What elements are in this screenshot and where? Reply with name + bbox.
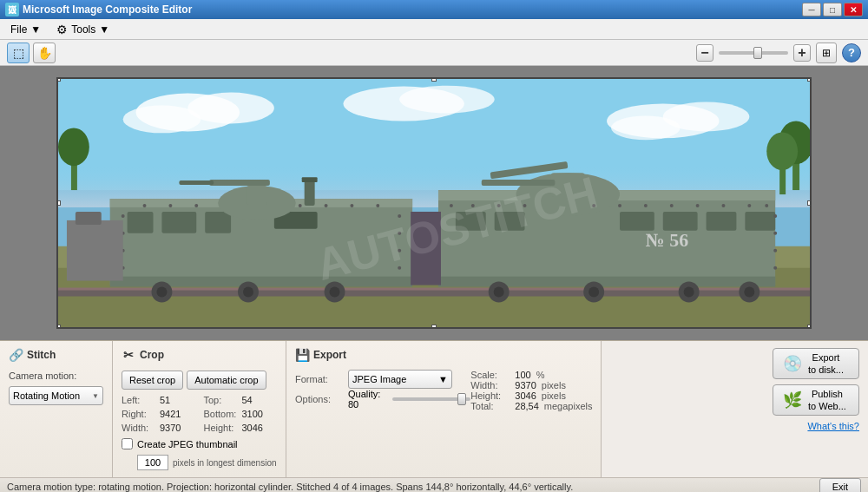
auto-crop-button[interactable]: Automatic crop: [187, 371, 266, 390]
crop-handle-top-right[interactable]: [807, 77, 812, 82]
svg-rect-51: [179, 180, 214, 185]
svg-point-34: [143, 204, 147, 207]
svg-rect-53: [302, 177, 318, 182]
crop-right-field: Right: 9421: [122, 409, 195, 419]
exit-button[interactable]: Exit: [819, 478, 861, 492]
svg-text:№ 56: № 56: [646, 229, 688, 251]
export-height-value: 3046: [515, 390, 536, 401]
svg-rect-56: [438, 277, 775, 287]
thumbnail-size-row: pixels in longest dimension: [122, 455, 277, 470]
format-dropdown[interactable]: JPEG Image ▼: [348, 370, 452, 389]
tools-menu[interactable]: ⚙ Tools ▼: [49, 21, 116, 38]
svg-point-73: [618, 204, 621, 207]
export-total-unit: megapixels: [544, 401, 593, 411]
format-value: JPEG Image: [352, 374, 406, 384]
file-menu[interactable]: File ▼: [3, 22, 48, 37]
export-inner: Format: JPEG Image ▼ Options: Quality: 8…: [295, 370, 592, 411]
toolbar-right: − + ⊞ ?: [696, 43, 861, 63]
crop-handle-top-mid[interactable]: [431, 77, 437, 82]
publish-to-web-button[interactable]: 🌿 Publish to Web...: [773, 384, 859, 416]
window-title: Microsoft Image Composite Editor: [23, 3, 802, 16]
svg-rect-67: [745, 212, 775, 231]
crop-height-value: 3046: [242, 423, 263, 433]
window-controls: ─ □ ✕: [802, 3, 863, 16]
thumbnail-size-input[interactable]: [137, 455, 168, 470]
title-bar: 🖼 Microsoft Image Composite Editor ─ □ ✕: [0, 0, 868, 19]
format-row: Format: JPEG Image ▼: [295, 370, 470, 389]
svg-point-14: [766, 132, 798, 170]
whats-this-link[interactable]: What's this?: [807, 421, 859, 431]
status-bar: Camera motion type: rotating motion. Pro…: [0, 477, 868, 492]
svg-rect-100: [76, 212, 102, 225]
svg-point-92: [494, 287, 504, 298]
camera-motion-dropdown[interactable]: Rotating Motion ▼: [9, 386, 103, 405]
svg-point-80: [773, 214, 777, 218]
close-button[interactable]: ✕: [844, 3, 863, 16]
camera-motion-value: Rotating Motion: [13, 390, 80, 401]
reset-crop-button[interactable]: Reset crop: [122, 371, 183, 390]
svg-point-36: [194, 204, 198, 207]
stitch-panel: 🔗 Stitch Camera motion: Rotating Motion …: [0, 341, 113, 477]
svg-point-96: [684, 287, 694, 298]
crop-handle-mid-right[interactable]: [807, 200, 812, 206]
export-total-row: Total: 28,54 megapixels: [470, 401, 592, 411]
zoom-slider[interactable]: [719, 51, 788, 55]
export-to-disk-button[interactable]: 💿 Export to disk...: [773, 348, 859, 379]
minimize-button[interactable]: ─: [802, 3, 821, 16]
panorama-container: № 56: [56, 77, 812, 329]
svg-point-75: [670, 204, 674, 207]
create-thumbnail-checkbox[interactable]: [122, 438, 133, 449]
svg-point-4: [187, 93, 274, 124]
svg-point-90: [330, 287, 340, 298]
canvas-area[interactable]: № 56: [0, 66, 868, 340]
crop-handle-bottom-right[interactable]: [807, 325, 812, 329]
app-icon: 🖼: [5, 3, 19, 16]
crop-handle-mid-left[interactable]: [56, 200, 61, 206]
svg-point-40: [299, 204, 302, 207]
export-width-value: 9370: [515, 380, 536, 390]
pan-tool-button[interactable]: ✋: [33, 43, 56, 63]
svg-point-43: [376, 204, 379, 207]
crop-width-field: Width: 9370: [122, 423, 195, 433]
camera-motion-arrow: ▼: [92, 392, 99, 400]
crop-handle-bottom-left[interactable]: [56, 325, 61, 329]
svg-point-41: [325, 204, 328, 207]
crop-bottom-value: 3100: [242, 409, 263, 419]
export-panel: 💾 Export Format: JPEG Image ▼ Options:: [286, 341, 602, 477]
crop-handle-bottom-mid[interactable]: [431, 325, 437, 329]
zoom-slider-thumb[interactable]: [753, 47, 762, 59]
svg-point-94: [589, 287, 599, 298]
svg-point-76: [696, 204, 700, 207]
svg-point-16: [58, 128, 89, 166]
scale-label: Scale:: [470, 370, 510, 380]
export-icon: 💾: [295, 348, 309, 362]
zoom-out-button[interactable]: −: [696, 44, 713, 62]
thumbnail-row: Create JPEG thumbnail: [122, 438, 277, 449]
menu-bar: File ▼ ⚙ Tools ▼: [0, 19, 868, 40]
export-total-value: 28,54: [515, 401, 539, 411]
crop-left-value: 51: [160, 395, 170, 405]
panorama-frame: № 56: [56, 77, 812, 329]
crop-width-value: 9370: [160, 423, 181, 433]
svg-rect-64: [620, 212, 654, 231]
help-button[interactable]: ?: [842, 43, 861, 62]
export-height-label: Height:: [470, 390, 510, 401]
svg-point-98: [744, 287, 754, 298]
file-menu-arrow: ▼: [30, 23, 41, 36]
svg-rect-27: [161, 212, 196, 233]
fit-view-button[interactable]: ⊞: [816, 43, 837, 63]
svg-point-42: [350, 204, 353, 207]
crop-panel: ✂ Crop Reset crop Automatic crop Left: 5…: [113, 341, 286, 477]
svg-rect-50: [209, 180, 270, 186]
tools-menu-arrow: ▼: [99, 23, 109, 36]
stitch-panel-header: 🔗 Stitch: [9, 348, 103, 362]
crop-handle-top-left[interactable]: [56, 77, 61, 82]
svg-point-35: [168, 204, 172, 207]
select-tool-button[interactable]: ⬚: [7, 43, 30, 63]
quality-slider[interactable]: [392, 397, 470, 401]
quality-slider-thumb[interactable]: [457, 393, 466, 405]
svg-point-74: [644, 204, 648, 207]
maximize-button[interactable]: □: [823, 3, 842, 16]
zoom-in-button[interactable]: +: [793, 44, 811, 62]
camera-motion-label: Camera motion:: [9, 371, 103, 381]
